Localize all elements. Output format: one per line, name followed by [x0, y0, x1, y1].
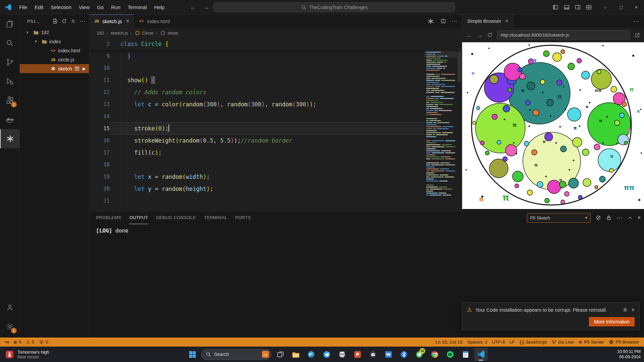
tree-item-sketch[interactable]: sketch▶ — [20, 64, 89, 73]
indentation-status-item[interactable]: Spaces: 2 — [465, 340, 490, 345]
run-p5-sketch-icon[interactable] — [428, 18, 434, 24]
taskview-taskbar-icon[interactable] — [274, 348, 287, 361]
refresh-explorer-icon[interactable] — [61, 18, 67, 24]
code-line-10[interactable]: 10 — [89, 62, 462, 74]
more-information-button[interactable]: More Information — [589, 317, 635, 326]
docker-activity-button[interactable] — [0, 110, 20, 129]
close-icon[interactable]: × — [505, 18, 508, 24]
code-line-12[interactable]: 12 // Adds random colors — [89, 86, 462, 98]
clear-output-icon[interactable] — [596, 215, 601, 220]
toggle-panel-icon[interactable] — [564, 4, 569, 10]
maximize-panel-icon[interactable] — [628, 215, 633, 220]
code-line-16[interactable]: 16 strokeWeight(random(0.5, 5.5));//rand… — [89, 135, 462, 147]
customize-layout-icon[interactable] — [586, 4, 592, 10]
forward-icon[interactable]: → — [203, 4, 209, 10]
explorer-activity-button[interactable] — [0, 14, 20, 34]
printer-taskbar-icon[interactable] — [335, 348, 349, 361]
notification-settings-icon[interactable] — [623, 307, 628, 313]
code-line-17[interactable]: 17 fill(c); — [89, 147, 462, 159]
code-line-2[interactable]: 2class Circle { — [89, 38, 462, 50]
accounts-activity-button[interactable] — [0, 298, 20, 317]
menu-item-terminal[interactable]: Terminal — [124, 0, 151, 14]
menu-item-go[interactable]: Go — [93, 0, 107, 14]
code-line-14[interactable]: 14 — [89, 110, 462, 122]
chrome-taskbar-icon[interactable] — [428, 348, 441, 361]
close-button[interactable]: × — [629, 0, 644, 14]
go-live-status-item[interactable]: Go Live — [549, 340, 576, 345]
more-actions-icon[interactable]: ⋯ — [80, 18, 86, 24]
fileexplorer-taskbar-icon[interactable] — [289, 348, 302, 361]
minimize-button[interactable]: – — [598, 0, 613, 14]
code-line-15[interactable]: 15 stroke(0); — [89, 122, 462, 135]
menu-item-help[interactable]: Help — [150, 0, 168, 14]
editor-more-actions-icon[interactable]: ⋯ — [452, 18, 458, 24]
collapse-folders-icon[interactable] — [70, 18, 76, 24]
command-center-search[interactable]: TheCodingTrain Challenges — [213, 2, 455, 12]
close-icon[interactable]: × — [126, 18, 129, 24]
minimap[interactable] — [424, 38, 457, 211]
menu-item-run[interactable]: Run — [107, 0, 124, 14]
tab-sketch-js[interactable]: JSsketch.js× — [89, 14, 134, 28]
browser-back-icon[interactable]: ← — [466, 32, 472, 38]
maximize-button[interactable]: □ — [613, 0, 629, 14]
tree-item-index-html[interactable]: <>index.html — [20, 46, 89, 55]
panel-more-icon[interactable]: ⋯ — [616, 215, 623, 221]
bluetooth-taskbar-icon[interactable] — [397, 348, 410, 361]
forwarded-ports-status-item[interactable]: 0 — [37, 338, 51, 347]
code-editor[interactable]: 2class Circle {9 }1011 show() {12 // Add… — [89, 38, 462, 211]
spotify-taskbar-icon[interactable] — [443, 348, 457, 361]
code-line-11[interactable]: 11 show() { — [89, 74, 462, 86]
taskbar-clock[interactable]: 10:50:11 PM 05-09-2024 — [617, 349, 641, 360]
run-and-debug-activity-button[interactable] — [0, 72, 20, 91]
source-control-activity-button[interactable] — [0, 53, 20, 72]
eol-status-item[interactable]: LF — [507, 340, 517, 345]
powerpoint-taskbar-icon[interactable]: P — [351, 348, 364, 361]
p5-browser-status-item[interactable]: P5 Browser — [606, 340, 641, 345]
url-input[interactable] — [497, 30, 630, 40]
open-external-icon[interactable] — [635, 33, 640, 38]
start-button[interactable] — [186, 348, 199, 361]
menu-item-file[interactable]: File — [15, 0, 31, 14]
tab-simple-browser[interactable]: Simple Browser × — [462, 14, 514, 28]
output-console[interactable]: [LOG] done — [89, 224, 644, 234]
warnings-status-item[interactable]: ⚠0 — [24, 338, 37, 347]
breadcrumb-item[interactable]: 182 — [97, 31, 104, 36]
output-channel-select[interactable]: P5 Sketch ▾ — [527, 213, 591, 223]
panel-tab-output[interactable]: OUTPUT — [129, 211, 148, 224]
browser-more-actions-icon[interactable]: ⋯ — [633, 18, 644, 24]
notification-close-icon[interactable]: × — [632, 307, 635, 313]
encoding-status-item[interactable]: UTF-8 — [490, 340, 507, 345]
tree-item-182[interactable]: ▾182 — [20, 28, 89, 37]
code-line-20[interactable]: 20 let y = random(height); — [89, 183, 462, 195]
panel-tab-problems[interactable]: PROBLEMS — [96, 211, 121, 224]
code-line-19[interactable]: 19 let x = random(width); — [89, 171, 462, 183]
extensions-activity-button[interactable]: 1 — [0, 91, 20, 110]
edge-taskbar-icon[interactable] — [304, 348, 318, 361]
telegram-taskbar-icon[interactable] — [320, 348, 333, 361]
editor-scrollbar[interactable] — [457, 38, 462, 211]
taskbar-search[interactable]: Search — [201, 349, 271, 360]
panel-tab-debug-console[interactable]: DEBUG CONSOLE — [156, 211, 196, 224]
tab-index-html[interactable]: <>index.html — [134, 14, 175, 28]
code-line-21[interactable]: 21 — [89, 195, 462, 207]
code-line-9[interactable]: 9 } — [89, 50, 462, 62]
search-activity-button[interactable] — [0, 34, 20, 53]
breadcrumb-item[interactable]: show — [160, 31, 178, 36]
lock-autoscroll-icon[interactable] — [606, 215, 611, 220]
browser-forward-icon[interactable]: → — [477, 32, 483, 38]
tree-item-circle-js[interactable]: JScircle.js — [20, 55, 89, 64]
menu-item-selection[interactable]: Selection — [47, 0, 75, 14]
cursor-position-status-item[interactable]: Ln 15, Col 15 — [433, 340, 465, 345]
tree-item-index[interactable]: ▾index — [20, 37, 89, 46]
breadcrumb-item[interactable]: sketch.js — [110, 31, 128, 36]
run-icon[interactable]: ▶ — [83, 66, 86, 71]
notepad-taskbar-icon[interactable] — [459, 348, 472, 361]
panel-tab-ports[interactable]: PORTS — [235, 211, 251, 224]
close-panel-icon[interactable]: × — [638, 215, 641, 220]
language-mode-status-item[interactable]: { }JavaScript — [517, 340, 549, 345]
panel-tab-terminal[interactable]: TERMINAL — [204, 211, 227, 224]
p5-view-activity-button[interactable] — [0, 129, 20, 148]
back-icon[interactable]: ← — [190, 4, 196, 10]
whatsapp-taskbar-icon[interactable]: 50 — [412, 348, 426, 361]
breadcrumb-item[interactable]: Circle — [134, 31, 154, 36]
